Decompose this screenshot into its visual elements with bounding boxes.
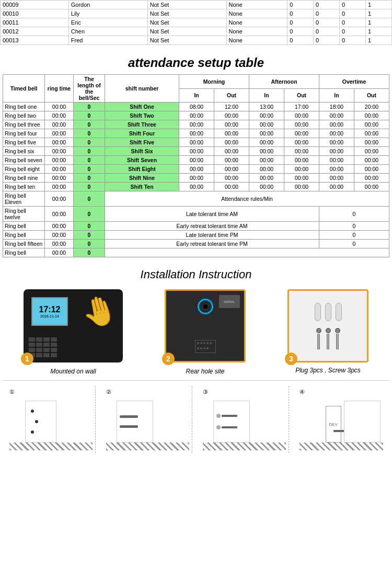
wall-step3 bbox=[213, 401, 250, 443]
plugs-row bbox=[315, 303, 342, 321]
shift-a-in: 00:00 bbox=[249, 165, 284, 174]
shift-a-in: 00:00 bbox=[249, 183, 284, 191]
emp-c4: 1 bbox=[366, 9, 392, 18]
install-step-3: ③ bbox=[200, 386, 289, 453]
emp-c1: 0 bbox=[287, 18, 314, 27]
shift-o-out: 20:00 bbox=[354, 103, 389, 111]
emp-dept: None bbox=[226, 36, 287, 45]
bell-label: Ring bell bbox=[3, 231, 45, 240]
bell-time: 00:00 bbox=[45, 174, 74, 183]
shift-m-in: 00:00 bbox=[179, 111, 214, 120]
shift-a-in: 00:00 bbox=[249, 111, 284, 120]
bell-length: 0 bbox=[74, 138, 105, 147]
bell-time: 00:00 bbox=[45, 147, 74, 156]
early-am-value: 0 bbox=[319, 222, 389, 231]
shift-a-out: 00:00 bbox=[284, 174, 319, 183]
bell-length: 0 bbox=[74, 207, 105, 222]
early-pm-value: 0 bbox=[319, 240, 389, 248]
panel-speaker bbox=[195, 340, 216, 353]
wall-dot-1 bbox=[31, 410, 34, 413]
bell-row: Ring bell 00:00 0 Early retreat tolerant… bbox=[3, 222, 389, 231]
bell-row: Ring bell four 00:00 0 Shift Four 00:00 … bbox=[3, 129, 389, 138]
shift-m-in: 00:00 bbox=[179, 138, 214, 147]
ground-3 bbox=[203, 443, 286, 450]
screw-head-3 bbox=[335, 328, 340, 333]
bell-time: 00:00 bbox=[45, 120, 74, 129]
shift-o-in: 00:00 bbox=[319, 147, 354, 156]
bell-label: Ring bell bbox=[3, 248, 45, 257]
bell-label: Ring bell twelve bbox=[3, 207, 45, 222]
bell-length: 0 bbox=[74, 222, 105, 231]
emp-status: Not Set bbox=[147, 36, 226, 45]
screw-3-container bbox=[335, 328, 340, 349]
shift-m-in: 00:00 bbox=[179, 183, 214, 191]
shift-m-in: 00:00 bbox=[179, 147, 214, 156]
back-panel-item: SERIAL 2 Rear hole site bbox=[165, 289, 246, 375]
rules-header: Attendance rules/Min bbox=[105, 191, 389, 207]
shift-o-out: 00:00 bbox=[354, 165, 389, 174]
shift-label: Shift Six bbox=[105, 147, 179, 156]
plug-3 bbox=[336, 303, 342, 321]
screw-s2 bbox=[222, 426, 237, 428]
screw-2-container bbox=[326, 328, 331, 349]
step-number-1: ① bbox=[9, 389, 93, 395]
screen-time: 17:12 bbox=[39, 305, 61, 314]
screw-shaft-1 bbox=[317, 334, 320, 349]
emp-c1: 0 bbox=[287, 36, 314, 45]
employee-table: 00009 Gordon Not Set None 0 0 0 1 00010 … bbox=[0, 0, 392, 45]
screw-s1 bbox=[222, 415, 237, 417]
bell-row: Ring bell five 00:00 0 Shift Five 00:00 … bbox=[3, 138, 389, 147]
afternoon-header: Afternoon bbox=[249, 75, 319, 89]
emp-dept: None bbox=[226, 1, 287, 9]
shift-m-out: 00:00 bbox=[214, 165, 249, 174]
bell-length-header: The length of the bell/Sec bbox=[74, 75, 105, 103]
emp-c3: 0 bbox=[340, 18, 366, 27]
emp-c4: 1 bbox=[366, 1, 392, 9]
shift-o-in: 00:00 bbox=[319, 129, 354, 138]
badge-3: 3 bbox=[285, 353, 297, 365]
step-number-4: ④ bbox=[299, 389, 383, 395]
bell-row: Ring bell Eleven 00:00 0 Attendance rule… bbox=[3, 191, 389, 207]
screw-2-2 bbox=[120, 425, 138, 428]
plug-s2 bbox=[216, 425, 221, 429]
install-steps: ① ② bbox=[3, 380, 389, 453]
late-pm-value: 0 bbox=[319, 231, 389, 240]
employee-row: 00009 Gordon Not Set None 0 0 0 1 bbox=[1, 1, 392, 9]
empty-cell bbox=[105, 248, 389, 257]
ground-2 bbox=[106, 443, 189, 450]
attendance-table: Timed bell ring time The length of the b… bbox=[3, 74, 389, 257]
shift-o-out: 00:00 bbox=[354, 174, 389, 183]
device-keypad bbox=[29, 337, 57, 357]
shift-m-out: 00:00 bbox=[214, 147, 249, 156]
bell-length: 0 bbox=[74, 129, 105, 138]
plug-1 bbox=[315, 303, 321, 321]
step-2-diagram bbox=[106, 398, 189, 450]
device-label: DEV bbox=[329, 422, 337, 427]
emp-id: 00012 bbox=[1, 27, 69, 36]
shift-label: Shift Ten bbox=[105, 183, 179, 191]
shift-a-in: 13:00 bbox=[249, 103, 284, 111]
emp-c3: 0 bbox=[340, 27, 366, 36]
device-screen: 17:12 2018-11-14 bbox=[31, 297, 68, 326]
screw-head-1 bbox=[316, 328, 321, 333]
screws-box-wrapper: 3 bbox=[287, 289, 368, 362]
bell-length: 0 bbox=[74, 174, 105, 183]
badge-2: 2 bbox=[162, 353, 175, 365]
device-photo-box: 17:12 2018-11-14 🤚 1 bbox=[24, 289, 123, 362]
shift-label: Shift Eight bbox=[105, 165, 179, 174]
shift-o-in: 00:00 bbox=[319, 111, 354, 120]
bell-length: 0 bbox=[74, 103, 105, 111]
overtime-header: Overtime bbox=[319, 75, 389, 89]
shift-a-in: 00:00 bbox=[249, 120, 284, 129]
install-step-4: ④ DEV bbox=[297, 386, 386, 453]
bell-row: Ring bell one 00:00 0 Shift One 08:00 12… bbox=[3, 103, 389, 111]
installation-section: Installation Instruction 17:12 2018-11-1… bbox=[0, 263, 392, 458]
attendance-title: attendance setup table bbox=[3, 55, 389, 70]
emp-c4: 1 bbox=[366, 18, 392, 27]
screws-row bbox=[316, 328, 340, 349]
late-am-value: 0 bbox=[319, 207, 389, 222]
shift-m-out: 00:00 bbox=[214, 120, 249, 129]
employee-row: 00012 Chen Not Set None 0 0 0 1 bbox=[1, 27, 392, 36]
bell-length: 0 bbox=[74, 165, 105, 174]
shift-o-in: 00:00 bbox=[319, 120, 354, 129]
